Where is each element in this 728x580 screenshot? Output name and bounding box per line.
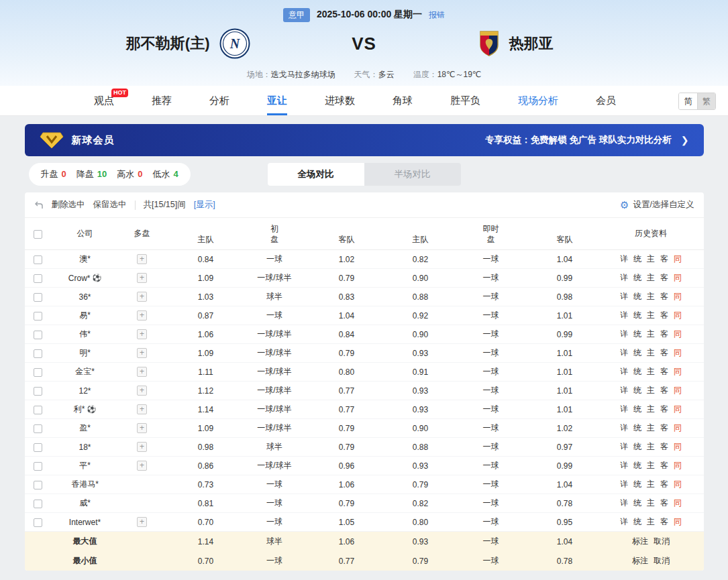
- history-link-away[interactable]: 客: [660, 366, 668, 378]
- history-link-stats[interactable]: 统: [633, 498, 641, 509]
- history-link-home[interactable]: 主: [647, 291, 655, 302]
- row-checkbox[interactable]: [34, 518, 42, 527]
- history-link-detail[interactable]: 详: [620, 479, 628, 490]
- row-checkbox[interactable]: [34, 481, 42, 489]
- history-link-same[interactable]: 同: [674, 441, 682, 453]
- report-error-link[interactable]: 报错: [429, 9, 445, 21]
- row-checkbox[interactable]: [34, 387, 42, 396]
- history-link-detail[interactable]: 详: [620, 329, 628, 340]
- history-link-home[interactable]: 主: [647, 404, 655, 415]
- settings-button[interactable]: ⚙ 设置/选择自定义: [620, 199, 694, 211]
- summary-action-mark[interactable]: 标注: [632, 555, 648, 567]
- nav-item-win-draw-lose[interactable]: 胜平负: [450, 86, 480, 115]
- history-link-stats[interactable]: 统: [633, 272, 641, 284]
- select-all-checkbox[interactable]: [34, 230, 42, 239]
- history-link-detail[interactable]: 详: [620, 460, 628, 471]
- show-link[interactable]: [显示]: [194, 199, 215, 211]
- row-checkbox[interactable]: [34, 349, 42, 358]
- history-link-same[interactable]: 同: [674, 310, 682, 321]
- history-link-same[interactable]: 同: [674, 516, 682, 528]
- history-link-same[interactable]: 同: [674, 253, 682, 265]
- expand-multi-button[interactable]: +: [137, 254, 147, 264]
- keep-selected-button[interactable]: 保留选中: [93, 199, 127, 211]
- row-checkbox[interactable]: [34, 293, 42, 302]
- history-link-away[interactable]: 客: [660, 385, 668, 396]
- history-link-stats[interactable]: 统: [633, 404, 641, 415]
- history-link-home[interactable]: 主: [647, 253, 655, 265]
- history-link-detail[interactable]: 详: [620, 347, 628, 359]
- row-checkbox[interactable]: [34, 331, 42, 339]
- row-checkbox[interactable]: [34, 500, 42, 508]
- member-banner[interactable]: 新球会员 专享权益：免费解锁 免广告 球队实力对比分析 ❯: [25, 124, 704, 156]
- history-link-home[interactable]: 主: [647, 516, 655, 528]
- history-link-home[interactable]: 主: [647, 329, 655, 340]
- banner-benefits[interactable]: 专享权益：免费解锁 免广告 球队实力对比分析 ❯: [485, 134, 688, 146]
- tab-half-match[interactable]: 半场对比: [364, 163, 461, 186]
- history-link-stats[interactable]: 统: [633, 366, 641, 378]
- history-link-away[interactable]: 客: [660, 479, 668, 490]
- expand-multi-button[interactable]: +: [137, 404, 147, 414]
- history-link-stats[interactable]: 统: [633, 385, 641, 396]
- lang-simplified-button[interactable]: 简: [679, 93, 697, 109]
- history-link-detail[interactable]: 详: [620, 441, 628, 453]
- row-checkbox[interactable]: [34, 443, 42, 452]
- history-link-home[interactable]: 主: [647, 310, 655, 321]
- nav-item-viewpoint[interactable]: 观点HOT: [94, 86, 114, 115]
- history-link-detail[interactable]: 详: [620, 516, 628, 528]
- nav-item-analysis[interactable]: 分析: [209, 86, 229, 115]
- tab-full-match[interactable]: 全场对比: [268, 163, 364, 186]
- history-link-away[interactable]: 客: [660, 498, 668, 509]
- nav-item-live-analysis[interactable]: 现场分析: [518, 86, 558, 115]
- row-checkbox[interactable]: [34, 462, 42, 471]
- delete-selected-button[interactable]: 删除选中: [52, 199, 85, 211]
- row-checkbox[interactable]: [34, 406, 42, 414]
- row-checkbox[interactable]: [34, 274, 42, 283]
- expand-multi-button[interactable]: +: [137, 442, 147, 452]
- history-link-same[interactable]: 同: [674, 404, 682, 415]
- history-link-stats[interactable]: 统: [633, 441, 641, 453]
- history-link-stats[interactable]: 统: [633, 460, 641, 471]
- history-link-same[interactable]: 同: [674, 385, 682, 396]
- nav-item-goals[interactable]: 进球数: [325, 86, 355, 115]
- history-link-stats[interactable]: 统: [633, 516, 641, 528]
- history-link-home[interactable]: 主: [647, 498, 655, 509]
- history-link-detail[interactable]: 详: [620, 291, 628, 302]
- expand-multi-button[interactable]: +: [137, 386, 147, 396]
- nav-item-corner[interactable]: 角球: [393, 86, 413, 115]
- history-link-stats[interactable]: 统: [633, 347, 641, 359]
- history-link-away[interactable]: 客: [660, 329, 668, 340]
- history-link-same[interactable]: 同: [674, 347, 682, 359]
- history-link-same[interactable]: 同: [674, 479, 682, 490]
- history-link-stats[interactable]: 统: [633, 479, 641, 490]
- history-link-detail[interactable]: 详: [620, 366, 628, 378]
- history-link-same[interactable]: 同: [674, 329, 682, 340]
- history-link-home[interactable]: 主: [647, 422, 655, 434]
- history-link-stats[interactable]: 统: [633, 329, 641, 340]
- summary-action-cancel[interactable]: 取消: [654, 536, 670, 547]
- lang-traditional-button[interactable]: 繁: [697, 93, 715, 109]
- history-link-detail[interactable]: 详: [620, 404, 628, 415]
- history-link-stats[interactable]: 统: [633, 422, 641, 434]
- nav-item-asian-handicap[interactable]: 亚让: [267, 86, 287, 115]
- history-link-same[interactable]: 同: [674, 291, 682, 302]
- row-checkbox[interactable]: [34, 368, 42, 377]
- history-link-detail[interactable]: 详: [620, 422, 628, 434]
- expand-multi-button[interactable]: +: [137, 461, 147, 471]
- history-link-same[interactable]: 同: [674, 366, 682, 378]
- history-link-stats[interactable]: 统: [633, 253, 641, 265]
- history-link-home[interactable]: 主: [647, 385, 655, 396]
- history-link-home[interactable]: 主: [647, 366, 655, 378]
- history-link-away[interactable]: 客: [660, 460, 668, 471]
- history-link-home[interactable]: 主: [647, 347, 655, 359]
- expand-multi-button[interactable]: +: [137, 348, 147, 358]
- history-link-home[interactable]: 主: [647, 441, 655, 453]
- expand-multi-button[interactable]: +: [137, 517, 147, 527]
- history-link-away[interactable]: 客: [660, 272, 668, 284]
- history-link-home[interactable]: 主: [647, 479, 655, 490]
- history-link-away[interactable]: 客: [660, 291, 668, 302]
- expand-multi-button[interactable]: +: [137, 329, 147, 339]
- history-link-away[interactable]: 客: [660, 253, 668, 265]
- history-link-home[interactable]: 主: [647, 272, 655, 284]
- history-link-detail[interactable]: 详: [620, 253, 628, 265]
- history-link-detail[interactable]: 详: [620, 385, 628, 396]
